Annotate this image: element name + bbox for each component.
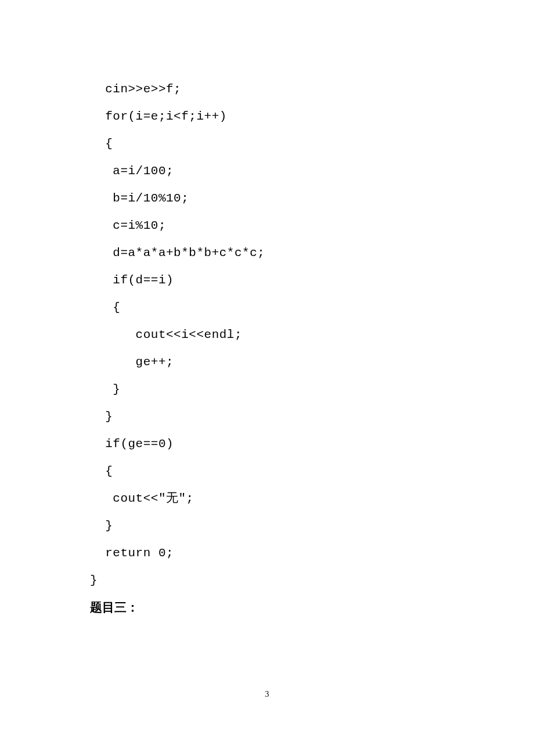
code-line: b=i/10%10; — [90, 185, 450, 212]
code-line: { — [90, 130, 450, 157]
page-content: cin>>e>>f; for(i=e;i<f;i++) { a=i/100; b… — [90, 75, 450, 621]
code-line: c=i%10; — [90, 212, 450, 239]
code-line: for(i=e;i<f;i++) — [90, 103, 450, 130]
code-line: a=i/100; — [90, 157, 450, 185]
code-line: { — [90, 294, 450, 321]
code-line: } — [90, 512, 450, 539]
section-heading: 题目三： — [90, 594, 450, 621]
code-line: cin>>e>>f; — [90, 75, 450, 103]
code-line: if(ge==0) — [90, 430, 450, 458]
code-line: ge++; — [90, 348, 450, 376]
page-number: 3 — [0, 690, 534, 699]
code-line: } — [90, 403, 450, 430]
code-line: } — [90, 567, 450, 594]
document-page: cin>>e>>f; for(i=e;i<f;i++) { a=i/100; b… — [0, 0, 534, 756]
code-line: cout<<"无"; — [90, 485, 450, 512]
code-line: if(d==i) — [90, 267, 450, 294]
code-line: } — [90, 376, 450, 403]
code-line: return 0; — [90, 539, 450, 567]
code-line: d=a*a*a+b*b*b+c*c*c; — [90, 239, 450, 267]
code-line: cout<<i<<endl; — [90, 321, 450, 348]
code-line: { — [90, 458, 450, 485]
